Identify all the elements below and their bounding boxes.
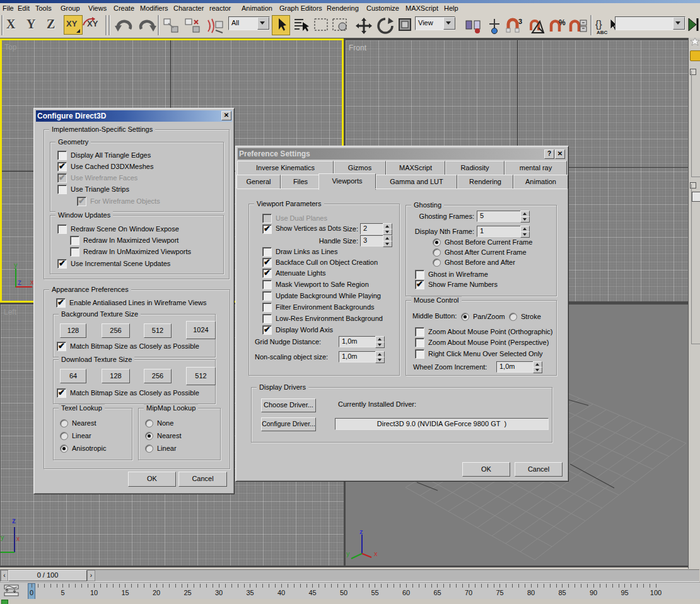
svg-text:z: z bbox=[359, 528, 363, 535]
svg-text:x: x bbox=[16, 535, 20, 542]
svg-text:ABC: ABC bbox=[597, 30, 608, 35]
svg-text:z: z bbox=[18, 278, 21, 287]
svg-text:%: % bbox=[559, 18, 566, 27]
svg-text:x: x bbox=[374, 550, 378, 557]
svg-text:y: y bbox=[1, 533, 4, 541]
svg-text:y: y bbox=[346, 550, 350, 557]
svg-text:3: 3 bbox=[518, 18, 522, 25]
svg-text:y: y bbox=[14, 262, 18, 269]
svg-text:{}: {} bbox=[595, 19, 602, 30]
svg-text:z: z bbox=[12, 516, 16, 525]
